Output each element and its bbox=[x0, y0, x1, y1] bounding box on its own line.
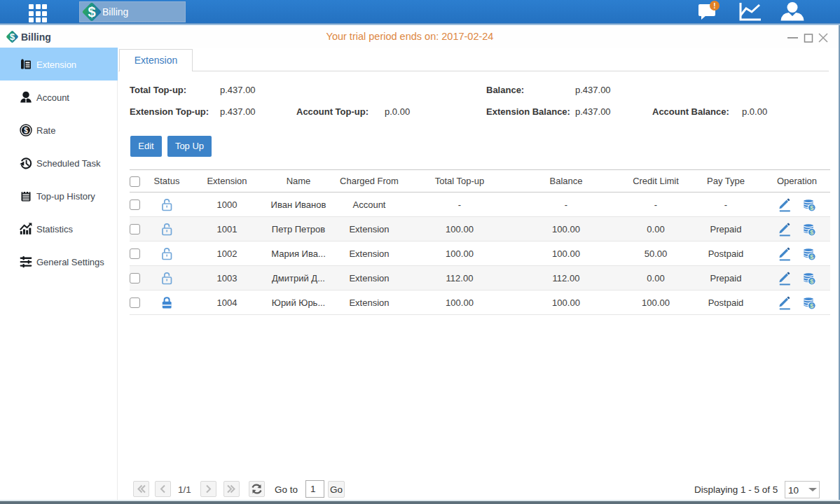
svg-text:$: $ bbox=[24, 126, 28, 134]
svg-text:!: ! bbox=[713, 2, 715, 10]
svg-text:$: $ bbox=[88, 4, 95, 20]
